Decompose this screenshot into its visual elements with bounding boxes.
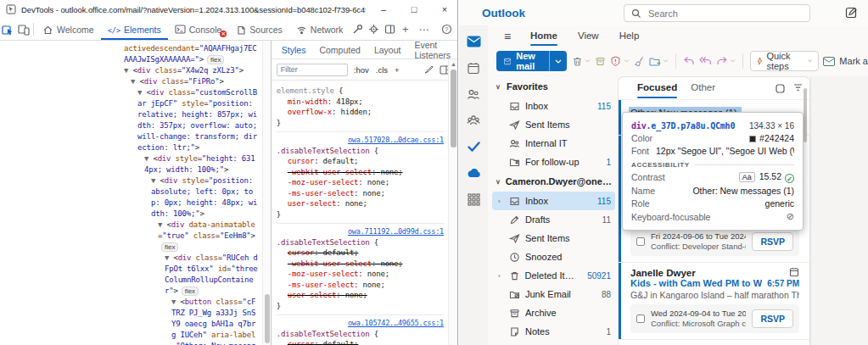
list-tab-focused[interactable]: Focused xyxy=(630,78,684,98)
css-property[interactable]: -webkit-user-select: none; xyxy=(277,259,444,270)
css-property[interactable]: cursor: default; xyxy=(277,248,444,259)
folder-junk-email[interactable]: Junk Email88 xyxy=(492,285,615,303)
css-property[interactable]: -webkit-user-select: none; xyxy=(277,167,444,178)
rsvp-checkbox[interactable] xyxy=(636,237,645,246)
move-to-icon[interactable] xyxy=(649,54,661,69)
dom-node[interactable]: ▼ <div class="RUCeh dFpOt t6lxx" id="thr… xyxy=(0,253,260,297)
groups-icon[interactable] xyxy=(466,113,481,128)
list-tab-other[interactable]: Other xyxy=(684,78,722,98)
inspect-element-icon[interactable] xyxy=(0,19,16,40)
application-gear-icon[interactable] xyxy=(366,19,382,40)
sweep-icon[interactable] xyxy=(634,54,645,69)
folder-for-follow-up[interactable]: For follow-up1 xyxy=(492,153,615,171)
favorites-header[interactable]: ∨Favorites xyxy=(492,76,615,97)
dom-node[interactable]: ▼ <div class="X4w2q zXLz3"> xyxy=(0,65,260,76)
close-button[interactable]: × xyxy=(432,0,457,19)
move-to-dropdown[interactable] xyxy=(663,59,669,63)
search-input[interactable] xyxy=(647,8,803,19)
mail-icon[interactable] xyxy=(466,34,481,49)
onedrive-icon[interactable] xyxy=(466,165,481,181)
report-dropdown[interactable] xyxy=(624,59,630,63)
css-selector[interactable]: element.style xyxy=(277,86,334,95)
dom-node[interactable]: ▼ <button class="cFTRZ PJ_Wg a33Jj SnSY9… xyxy=(0,297,260,345)
reply-icon[interactable] xyxy=(683,54,695,69)
css-property[interactable]: -ms-user-select: none; xyxy=(277,188,444,199)
css-selector[interactable]: .disableTextSelection xyxy=(277,147,370,155)
styles-scrollbar[interactable]: ▲ xyxy=(448,59,457,345)
folder-deleted-items[interactable]: ›Deleted Items50921 xyxy=(492,266,615,285)
dom-node[interactable]: activedescendant="AQAAFHgaj7ECAAAJwISgXA… xyxy=(0,43,260,65)
archive-icon[interactable] xyxy=(595,54,606,69)
new-mail-dropdown[interactable] xyxy=(549,51,567,71)
css-property[interactable]: cursor: default; xyxy=(277,339,444,345)
help-icon[interactable]: ? xyxy=(435,24,457,35)
dom-node[interactable]: ▼ <div style="height: 6314px; width: 100… xyxy=(0,153,260,175)
css-property[interactable]: -moz-user-select: none; xyxy=(277,177,444,188)
styles-pane-tab-layout[interactable]: Layout xyxy=(367,41,408,58)
menu-tab-view[interactable]: View xyxy=(568,27,609,46)
reply-all-icon[interactable] xyxy=(699,54,712,69)
css-property[interactable]: -moz-user-select: none; xyxy=(277,269,444,280)
report-icon[interactable] xyxy=(610,54,621,69)
rsvp-button[interactable]: RSVP xyxy=(752,309,793,328)
more-options-icon[interactable]: ⋯ xyxy=(413,24,435,36)
device-toolbar-icon[interactable] xyxy=(16,19,32,40)
quick-steps-button[interactable]: Quick steps xyxy=(750,51,820,71)
css-property[interactable]: overflow-x: hidden; xyxy=(277,107,444,118)
notes-compose-icon[interactable] xyxy=(845,6,858,19)
flex-badge[interactable]: flex xyxy=(182,287,199,296)
css-property[interactable]: user-select: none; xyxy=(277,290,444,301)
folder-clutter[interactable]: Clutter xyxy=(492,341,615,345)
new-mail-button[interactable]: New mail xyxy=(496,51,567,71)
folder-sent-items[interactable]: Sent Items xyxy=(492,115,615,134)
minimize-button[interactable]: – xyxy=(371,0,396,19)
menu-tab-home[interactable]: Home xyxy=(520,27,568,46)
layout-panel-icon[interactable] xyxy=(382,19,398,40)
wrench-icon[interactable] xyxy=(350,19,366,40)
flex-badge[interactable]: flex xyxy=(161,242,178,252)
outlook-logo[interactable]: Outlook xyxy=(482,7,525,19)
folder-internal-it[interactable]: Internal IT xyxy=(492,134,615,153)
add-tab-icon[interactable]: + xyxy=(397,19,413,40)
maximize-button[interactable]: □ xyxy=(401,0,427,19)
css-property[interactable]: -ms-user-select: none; xyxy=(277,280,444,291)
folder-snoozed[interactable]: Snoozed xyxy=(492,248,615,266)
dom-node[interactable]: ▼ <div data-animatable="true" class="EeH… xyxy=(0,220,260,253)
folder-inbox[interactable]: ›Inbox115 xyxy=(492,192,615,210)
styles-pane-tab-event-listeners[interactable]: Event Listeners xyxy=(407,41,457,58)
message-item[interactable]: Janelle DwyerKids - with Cam Wed PM to W… xyxy=(619,262,809,339)
folder-drafts[interactable]: Drafts11 xyxy=(492,210,615,229)
account-header[interactable]: ∨Cameron.Dwyer@oneplace… xyxy=(492,171,615,192)
search-box[interactable] xyxy=(624,4,810,22)
hamburger-icon[interactable]: ≡ xyxy=(496,30,518,43)
paint-brush-icon[interactable] xyxy=(423,64,434,75)
rsvp-button[interactable]: RSVP xyxy=(752,232,793,251)
folder-sent-items[interactable]: Sent Items xyxy=(492,229,615,248)
css-source-link[interactable]: owa.711192.…0d99d.css:1 xyxy=(348,226,444,237)
devtools-tab-network[interactable]: Network xyxy=(289,19,350,40)
apps-icon[interactable] xyxy=(466,192,481,207)
dom-node[interactable]: ▼ <div style="position: absolute; left: … xyxy=(0,175,260,220)
css-source-link[interactable]: owa.105742.…49655.css:1 xyxy=(348,318,444,329)
forward-dropdown[interactable] xyxy=(730,59,736,63)
css-selector[interactable]: .disableTextSelection xyxy=(277,238,370,247)
styles-toggle[interactable]: :hov xyxy=(354,65,369,75)
styles-pane-tab-styles[interactable]: Styles xyxy=(275,41,313,58)
people-icon[interactable] xyxy=(466,86,481,102)
folder-notes[interactable]: Notes1 xyxy=(492,322,615,341)
folder-archive[interactable]: Archive xyxy=(492,303,615,322)
rsvp-checkbox[interactable] xyxy=(636,314,645,323)
styles-toggle[interactable]: .cls xyxy=(376,65,388,75)
devtools-tab-sources[interactable]: Sources xyxy=(228,19,289,40)
css-property[interactable]: user-select: none; xyxy=(277,198,444,209)
devtools-tab-console[interactable]: Console✕ xyxy=(168,19,229,40)
message-item[interactable]: Janelle DwyerFwd: NSHS - Student Lockers… xyxy=(619,339,809,345)
select-messages-icon[interactable] xyxy=(776,84,785,93)
css-source-link[interactable]: owa.517028.…0dcae.css:1 xyxy=(348,135,444,146)
flex-badge[interactable]: flex xyxy=(207,55,224,64)
delete-icon[interactable] xyxy=(571,54,582,69)
devtools-tab-elements[interactable]: </>Elements xyxy=(101,19,168,40)
dom-node[interactable]: ▼ <div class="customScrollBar jEpCF" sty… xyxy=(0,87,260,153)
css-property[interactable]: cursor: default; xyxy=(277,156,444,167)
devtools-tab-welcome[interactable]: Welcome xyxy=(36,19,101,40)
